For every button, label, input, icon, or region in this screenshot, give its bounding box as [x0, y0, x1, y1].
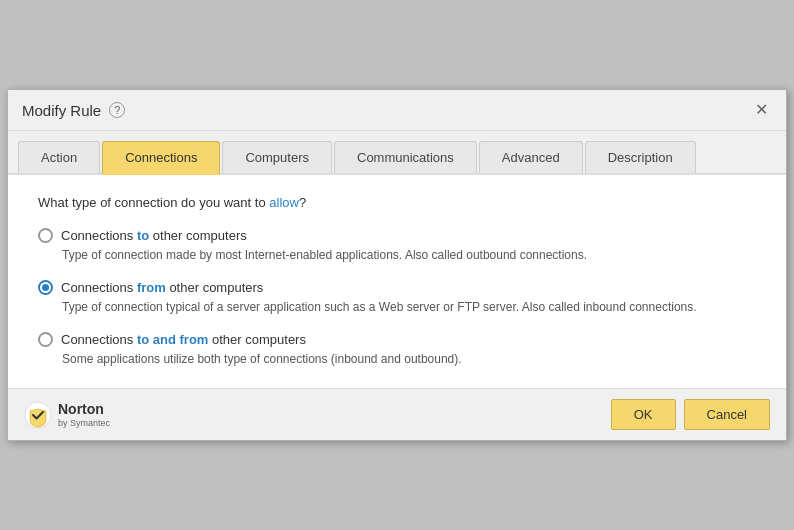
- option-outbound-label[interactable]: Connections to other computers: [38, 228, 756, 243]
- close-button[interactable]: ✕: [751, 100, 772, 120]
- button-group: OK Cancel: [611, 399, 770, 430]
- help-icon[interactable]: ?: [109, 102, 125, 118]
- norton-sub: by Symantec: [58, 418, 110, 429]
- option-outbound-text: Connections to other computers: [61, 228, 247, 243]
- footer: Norton by Symantec OK Cancel: [8, 388, 786, 440]
- dialog-title: Modify Rule: [22, 102, 101, 119]
- title-bar-left: Modify Rule ?: [22, 102, 125, 119]
- option-both-text: Connections to and from other computers: [61, 332, 306, 347]
- norton-brand: Norton by Symantec: [24, 401, 110, 429]
- norton-name: Norton: [58, 401, 110, 418]
- radio-both[interactable]: [38, 332, 53, 347]
- tab-advanced[interactable]: Advanced: [479, 141, 583, 173]
- option-outbound: Connections to other computers Type of c…: [38, 228, 756, 264]
- tab-computers[interactable]: Computers: [222, 141, 332, 173]
- tabs-bar: Action Connections Computers Communicati…: [8, 131, 786, 175]
- dialog: Modify Rule ? ✕ Action Connections Compu…: [7, 89, 787, 441]
- ok-button[interactable]: OK: [611, 399, 676, 430]
- tab-communications[interactable]: Communications: [334, 141, 477, 173]
- radio-outbound[interactable]: [38, 228, 53, 243]
- options-group: Connections to other computers Type of c…: [38, 228, 756, 368]
- norton-logo-icon: [24, 401, 52, 429]
- content-area: What type of connection do you want to a…: [8, 175, 786, 388]
- question-suffix: ?: [299, 195, 306, 210]
- tab-action[interactable]: Action: [18, 141, 100, 173]
- cancel-button[interactable]: Cancel: [684, 399, 770, 430]
- question-text: What type of connection do you want to a…: [38, 195, 756, 210]
- option-outbound-desc: Type of connection made by most Internet…: [62, 246, 756, 264]
- option-both-desc: Some applications utilize both type of c…: [62, 350, 756, 368]
- tab-description[interactable]: Description: [585, 141, 696, 173]
- option-both: Connections to and from other computers …: [38, 332, 756, 368]
- option-inbound-label[interactable]: Connections from other computers: [38, 280, 756, 295]
- option-inbound: Connections from other computers Type of…: [38, 280, 756, 316]
- option-both-label[interactable]: Connections to and from other computers: [38, 332, 756, 347]
- radio-inbound[interactable]: [38, 280, 53, 295]
- question-keyword: allow: [269, 195, 299, 210]
- norton-text: Norton by Symantec: [58, 401, 110, 429]
- title-bar: Modify Rule ? ✕: [8, 90, 786, 131]
- question-prefix: What type of connection do you want to: [38, 195, 269, 210]
- option-inbound-desc: Type of connection typical of a server a…: [62, 298, 756, 316]
- tab-connections[interactable]: Connections: [102, 141, 220, 175]
- option-inbound-text: Connections from other computers: [61, 280, 263, 295]
